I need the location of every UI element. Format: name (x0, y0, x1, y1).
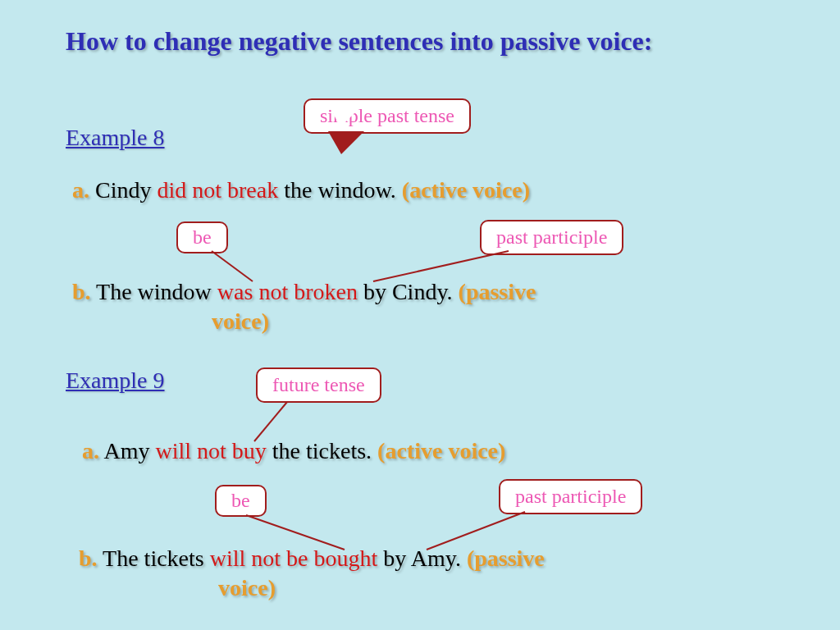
connector-lines-ex8 (0, 0, 840, 630)
page-title: How to change negative sentences into pa… (66, 26, 652, 57)
ex8-a-post: the window. (278, 177, 402, 203)
ex9-b-voice: (passive (467, 546, 545, 571)
svg-line-2 (254, 402, 287, 441)
ex8-a-pre: Cindy (95, 177, 157, 203)
tense-pointer-ex9 (0, 0, 840, 630)
bullet-a: a. (72, 177, 89, 203)
ex8-a-voice: (active voice) (402, 177, 530, 203)
bullet-b: b. (72, 279, 91, 304)
ex9-b-post: by Amy. (377, 546, 467, 571)
pp-callout-ex8: past participle (480, 220, 623, 255)
example-8-heading: Example 8 (66, 125, 165, 151)
ex8-b-voice: (passive (459, 279, 536, 304)
ex9-line-a: a. Amy will not buy the tickets. (active… (82, 438, 505, 464)
ex9-b-pre: The tickets (103, 546, 210, 571)
ex9-b-voice2: voice) (218, 575, 276, 601)
ex8-line-a: a. Cindy did not break the window. (acti… (72, 177, 530, 203)
connector-lines-ex9 (0, 0, 840, 630)
bullet-b9: b. (79, 546, 98, 571)
ex8-b-pre: The window (96, 279, 217, 304)
ex9-a-post: the tickets. (267, 438, 377, 463)
ex8-b-verb: was not broken (217, 279, 358, 304)
pp-callout-ex9-text: past participle (515, 486, 626, 507)
be-callout-ex9-text: be (231, 490, 250, 511)
tense-callout-ex9: future tense (256, 368, 381, 403)
svg-line-3 (246, 515, 345, 550)
pp-callout-ex9: past participle (499, 479, 642, 514)
ex9-a-verb: will not buy (155, 438, 266, 463)
example-9-heading: Example 9 (66, 368, 165, 394)
pp-callout-ex8-text: past participle (496, 226, 607, 248)
ex8-a-verb: did not break (157, 177, 278, 203)
ex9-a-pre: Amy (103, 438, 155, 463)
bullet-a9: a. (82, 438, 99, 463)
be-callout-ex8: be (176, 221, 228, 253)
svg-line-0 (212, 251, 253, 281)
ex9-a-voice: (active voice) (377, 438, 505, 463)
ex9-b-verb: will not be bought (210, 546, 378, 571)
svg-line-4 (427, 512, 525, 550)
ex8-b-voice2: voice) (212, 308, 269, 335)
tense-callout-ex9-text: future tense (272, 374, 365, 395)
ex8-b-post: by Cindy. (358, 279, 459, 304)
be-callout-ex8-text: be (193, 226, 212, 248)
ex9-line-b: b. The tickets will not be bought by Amy… (79, 546, 545, 572)
be-callout-ex9: be (215, 485, 267, 517)
tense-callout-ex8: simple past tense (304, 98, 471, 134)
svg-line-1 (373, 251, 509, 281)
ex8-line-b: b. The window was not broken by Cindy. (… (72, 279, 536, 305)
